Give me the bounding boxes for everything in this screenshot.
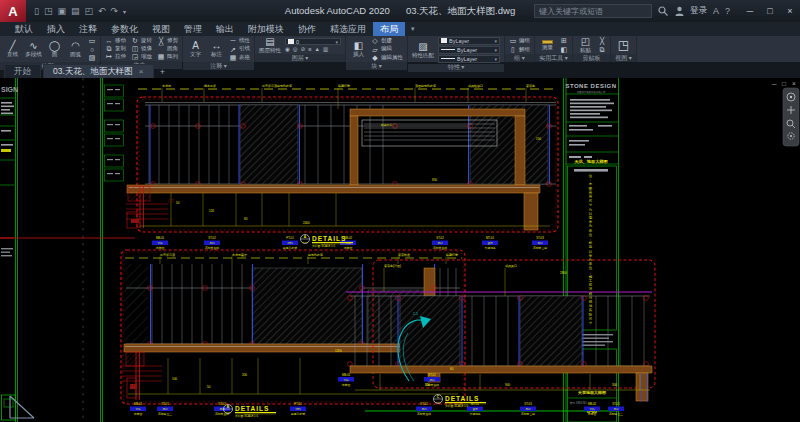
- measure-button[interactable]: 测量: [539, 40, 556, 50]
- stretch-button[interactable]: ↦拉伸: [105, 53, 126, 60]
- ungroup-button[interactable]: ▯解组: [509, 46, 530, 53]
- tab-parametric[interactable]: 参数化: [104, 22, 145, 36]
- tab-manage[interactable]: 管理: [177, 22, 209, 36]
- material-tag-name: 石材黄金啡: [205, 246, 219, 250]
- layer-properties-button[interactable]: ▤图层特性: [259, 37, 281, 53]
- new-file-icon[interactable]: ▯: [34, 6, 39, 16]
- viewport-restore-button[interactable]: □: [782, 80, 786, 87]
- autocad-logo[interactable]: A: [0, 0, 26, 22]
- panel-label-groups[interactable]: 组 ▾: [505, 54, 534, 62]
- move-button[interactable]: ↔移动: [105, 37, 126, 44]
- search-icon[interactable]: [658, 6, 669, 16]
- open-file-icon[interactable]: ◳: [44, 6, 53, 16]
- paste-button[interactable]: ◰粘贴: [577, 37, 594, 53]
- edit-attributes-button[interactable]: ◆编辑属性: [371, 54, 403, 61]
- panel-label-properties[interactable]: 特性 ▾: [408, 64, 504, 72]
- insert-block-button[interactable]: ◧插入: [350, 41, 367, 57]
- canvas-label: 石膏板吊顶白色乳胶漆: [261, 84, 292, 88]
- minimize-button[interactable]: ─: [740, 0, 760, 22]
- titleblock-logo: STONE DESIGN: [565, 83, 616, 89]
- file-tab-start[interactable]: 开始: [4, 64, 41, 78]
- layer-dropdown[interactable]: 0▾: [285, 38, 341, 46]
- tab-view[interactable]: 视图: [145, 22, 177, 36]
- copy-clip-button[interactable]: ⧉: [598, 46, 606, 53]
- match-properties-button[interactable]: ▨特性匹配: [412, 42, 434, 58]
- mirror-button[interactable]: ◫镜像: [131, 45, 152, 52]
- circle-button[interactable]: ◯圆: [46, 41, 63, 57]
- new-tab-button[interactable]: +: [156, 65, 170, 78]
- close-button[interactable]: ×: [780, 0, 800, 22]
- dimension-button[interactable]: ↔标注: [208, 41, 225, 57]
- fillet-button[interactable]: ⌒圆角: [157, 45, 178, 52]
- restore-button[interactable]: □: [760, 0, 780, 22]
- panel-label-utilities[interactable]: 实用工具 ▾: [535, 54, 572, 62]
- polyline-button[interactable]: ∿多段线: [25, 41, 42, 57]
- search-input[interactable]: [534, 4, 652, 18]
- linear-dim-button[interactable]: ─线性: [229, 37, 250, 44]
- hatch-button[interactable]: ▨: [88, 54, 96, 61]
- tab-output[interactable]: 输出: [209, 22, 241, 36]
- undo-icon[interactable]: ↶: [98, 6, 106, 16]
- view-interface-button[interactable]: ◳: [615, 39, 632, 51]
- tab-featured-apps[interactable]: 精选应用: [323, 22, 373, 36]
- array-button[interactable]: ▦阵列: [157, 53, 178, 60]
- tab-insert[interactable]: 插入: [40, 22, 72, 36]
- panel-label-layers[interactable]: 图层 ▾: [255, 54, 345, 62]
- canvas-label: 暗藏灯带: [381, 123, 392, 127]
- navigation-bar[interactable]: [783, 88, 799, 146]
- calculator-button[interactable]: ◧: [560, 46, 568, 53]
- arc-button[interactable]: ◠圆弧: [67, 41, 84, 57]
- material-tag-code: ST-02: [428, 373, 436, 377]
- layer-state-icon[interactable]: ▥: [323, 47, 328, 53]
- cut-button[interactable]: ╳: [598, 37, 606, 44]
- viewport-minimize-button[interactable]: ─: [771, 80, 777, 87]
- group-button[interactable]: ▭编组: [509, 37, 530, 44]
- ellipse-button[interactable]: ○: [88, 46, 96, 53]
- tab-addins[interactable]: 附加模块: [241, 22, 291, 36]
- linetype-dropdown[interactable]: ByLayer▾: [438, 55, 500, 63]
- rotate-button[interactable]: ↻旋转: [131, 37, 152, 44]
- leader-button[interactable]: ↗引线: [229, 46, 250, 53]
- layer-freeze-icon[interactable]: ◎: [293, 47, 298, 53]
- viewport-close-button[interactable]: ×: [792, 80, 796, 87]
- quick-select-button[interactable]: ⊞: [560, 37, 568, 44]
- close-tab-icon[interactable]: ×: [139, 67, 144, 76]
- color-dropdown[interactable]: ByLayer▾: [438, 37, 500, 45]
- table-button[interactable]: ▦表格: [229, 54, 250, 61]
- lineweight-dropdown[interactable]: ByLayer▾: [438, 46, 500, 54]
- panel-label-view[interactable]: 视图 ▾: [611, 54, 636, 62]
- file-tab-document[interactable]: 03.天花、地面大样图 ×: [43, 64, 154, 78]
- text-button[interactable]: A文字: [187, 41, 204, 57]
- ribbon-overflow-icon[interactable]: ▾: [405, 22, 421, 36]
- create-block-button[interactable]: ◇创建: [371, 37, 403, 44]
- qat-dropdown-icon[interactable]: ▾: [123, 8, 126, 15]
- scale-button[interactable]: ◲缩放: [131, 53, 152, 60]
- user-icon[interactable]: [675, 6, 684, 16]
- layer-match-icon[interactable]: ≡: [308, 47, 311, 53]
- tab-default[interactable]: 默认: [8, 22, 40, 36]
- tab-collaborate[interactable]: 协作: [291, 22, 323, 36]
- plot-icon[interactable]: ◰: [85, 6, 94, 16]
- line-button[interactable]: ╱直线: [4, 41, 21, 57]
- redo-icon[interactable]: ↷: [111, 6, 119, 16]
- autodesk-apps-icon[interactable]: A: [713, 6, 719, 16]
- drawing-canvas[interactable]: STONE DESIGN 斯通设计装饰工程有限公司 天花、地面大样图 图名 TI…: [0, 78, 800, 422]
- help-icon[interactable]: ?: [725, 6, 730, 16]
- panel-label-block[interactable]: 块 ▾: [346, 62, 407, 70]
- sign-in-link[interactable]: 登录: [690, 5, 707, 17]
- edit-block-button[interactable]: ▱编辑: [371, 46, 403, 53]
- tab-annotate[interactable]: 注释: [72, 22, 104, 36]
- save-as-icon[interactable]: ▤: [71, 6, 80, 16]
- layer-lock-icon[interactable]: ⊘: [301, 47, 306, 53]
- save-icon[interactable]: ▣: [57, 6, 66, 16]
- panel-label-annotate[interactable]: 注释 ▾: [183, 62, 254, 70]
- layer-isolate-icon[interactable]: ▲: [314, 47, 319, 53]
- trim-button[interactable]: ╳修剪: [157, 37, 178, 44]
- tab-layout[interactable]: 布局: [373, 22, 405, 36]
- rectangle-button[interactable]: ▭: [88, 37, 96, 44]
- layer-on-icon[interactable]: ◉: [285, 47, 290, 53]
- ucs-icon: [10, 396, 34, 418]
- copy-button[interactable]: ⧉复制: [105, 45, 126, 52]
- canvas-label: 900: [505, 383, 510, 387]
- panel-label-clipboard[interactable]: 剪贴板: [573, 54, 610, 62]
